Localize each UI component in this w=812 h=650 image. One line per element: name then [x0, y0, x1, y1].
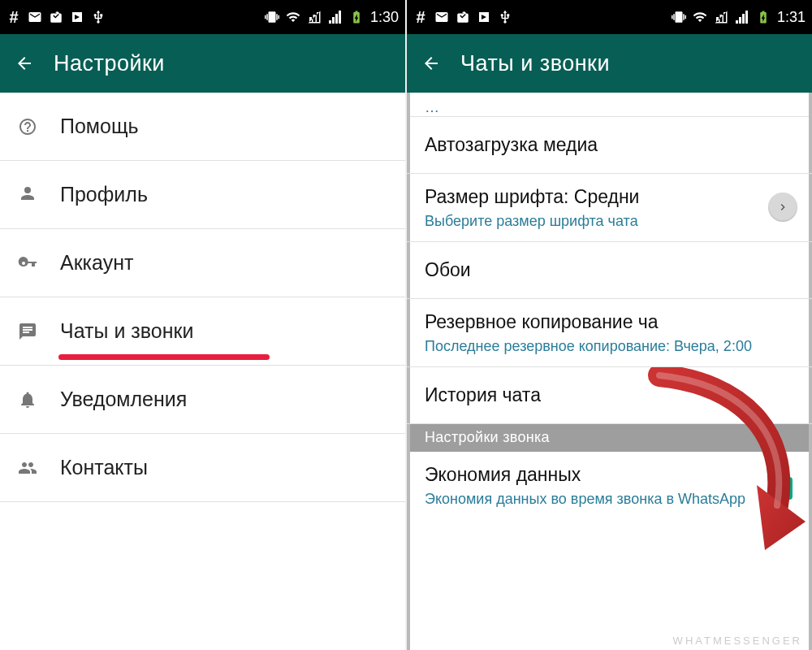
play-store-icon: [70, 10, 84, 24]
watermark: WHATMESSENGER: [673, 635, 802, 647]
row-data-saving[interactable]: Экономия данных Экономия данных во время…: [407, 452, 812, 532]
vibrate-icon: [672, 10, 686, 24]
settings-item-contacts[interactable]: Контакты: [0, 434, 405, 502]
key-icon: [15, 254, 41, 273]
status-bar: # 1:30: [0, 0, 405, 34]
back-path: [18, 57, 31, 70]
app-bar: Настройки: [0, 34, 405, 93]
row-subtitle: Выберите размер шрифта чата: [425, 212, 794, 231]
row-chat-history[interactable]: История чата: [407, 367, 812, 424]
row-title: История чата: [425, 384, 794, 407]
settings-item-profile[interactable]: Профиль: [0, 161, 405, 229]
row-font-size[interactable]: Размер шрифта: Средни Выберите размер шр…: [407, 174, 812, 242]
row-media-autodownload[interactable]: Автозагрузка медиа: [407, 117, 812, 174]
appbar-title: Настройки: [54, 51, 165, 76]
signal-icon: [328, 10, 343, 24]
usb-icon: [498, 10, 512, 24]
vibrate-icon: [265, 10, 279, 24]
settings-item-account[interactable]: Аккаунт: [0, 229, 405, 297]
truncated-row-above: …: [407, 93, 812, 117]
back-icon[interactable]: [15, 54, 34, 73]
row-title: Обои: [425, 258, 794, 282]
status-bar: # 1:31: [407, 0, 812, 34]
item-label: Аккаунт: [60, 251, 133, 275]
help-icon: [15, 117, 41, 136]
item-label: Помощь: [60, 115, 139, 138]
cell-data-icon: [307, 10, 322, 24]
settings-item-notifications[interactable]: Уведомления: [0, 366, 405, 434]
item-label: Уведомления: [60, 388, 187, 411]
battery-icon: [349, 10, 364, 24]
bell-icon: [15, 390, 41, 410]
bag-icon: [49, 10, 63, 24]
row-backup[interactable]: Резервное копирование ча Последнее резер…: [407, 299, 812, 367]
checkbox-data-saving[interactable]: [770, 477, 793, 500]
settings-item-help[interactable]: Помощь: [0, 93, 405, 161]
settings-list: Помощь Профиль Аккаунт Чаты и звонки Уве…: [0, 93, 405, 502]
group-icon: [15, 458, 41, 478]
row-title: Автозагрузка медиа: [425, 133, 794, 157]
wifi-icon: [693, 10, 707, 24]
screenshot-left: # 1:30 Настройки Помощь Профиль: [0, 0, 405, 650]
signal-icon: [735, 10, 749, 24]
status-clock: 1:30: [370, 9, 399, 26]
chat-icon: [15, 322, 41, 341]
chevron-right-icon[interactable]: [768, 193, 797, 222]
gmail-icon: [28, 10, 42, 24]
highlight-underline: [58, 354, 270, 360]
row-title: Размер шрифта: Средни: [425, 185, 794, 209]
play-store-icon: [477, 10, 491, 24]
item-label: Чаты и звонки: [60, 319, 193, 343]
row-title: Экономия данных: [425, 463, 794, 487]
screenshot-right: # 1:31 Чаты и звонки … Автозагрузка меди…: [407, 0, 812, 650]
appbar-title: Чаты и звонки: [460, 51, 610, 76]
app-bar: Чаты и звонки: [407, 34, 812, 93]
row-title: Резервное копирование ча: [425, 310, 794, 334]
item-label: Контакты: [60, 456, 148, 479]
row-wallpaper[interactable]: Обои: [407, 242, 812, 299]
gmail-icon: [434, 10, 449, 24]
wifi-icon: [286, 10, 300, 24]
hash-icon: #: [6, 10, 21, 24]
hash-icon: #: [413, 10, 428, 24]
row-subtitle: Экономия данных во время звонка в WhatsA…: [425, 490, 794, 509]
bag-icon: [456, 10, 470, 24]
settings-item-chats-calls[interactable]: Чаты и звонки: [0, 297, 405, 366]
person-icon: [15, 185, 41, 205]
battery-icon: [756, 10, 771, 24]
item-label: Профиль: [60, 183, 148, 206]
back-icon[interactable]: [421, 54, 441, 73]
usb-icon: [91, 10, 106, 24]
status-clock: 1:31: [777, 9, 806, 26]
cell-data-icon: [714, 10, 728, 24]
section-call-settings: Настройки звонка: [407, 424, 812, 452]
row-subtitle: Последнее резервное копирование: Вчера, …: [425, 337, 794, 356]
